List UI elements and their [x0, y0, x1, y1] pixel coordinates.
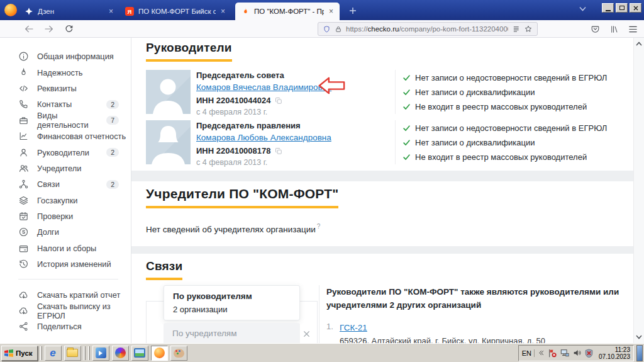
- start-button[interactable]: Пуск: [1, 346, 38, 361]
- tab-close-icon[interactable]: ×: [108, 8, 114, 15]
- leader-name-link[interactable]: Комарова Любовь Александровна: [196, 133, 331, 142]
- scroll-down-icon[interactable]: [636, 335, 642, 339]
- browser-swirl-button[interactable]: [112, 346, 129, 361]
- clock-time: 11:23: [599, 346, 630, 353]
- restore-icon: [619, 6, 625, 10]
- internet-explorer-button[interactable]: e: [45, 346, 62, 361]
- sidebar-label: Поделиться: [37, 322, 82, 331]
- org-link[interactable]: ГСК-21: [340, 323, 367, 332]
- volume-icon[interactable]: [573, 349, 581, 357]
- tab-bar: Дзен × Я ПО КОМ-ФОРТ Бийск checko.ru — ×…: [0, 0, 644, 20]
- minimize-button[interactable]: [602, 3, 614, 13]
- sidebar-label: Связи: [37, 179, 60, 189]
- coin-icon: [18, 227, 29, 237]
- tab-close-icon[interactable]: ×: [220, 8, 226, 15]
- cloud-download-icon: [18, 305, 29, 316]
- tab-close-icon[interactable]: ×: [328, 8, 334, 15]
- restore-button[interactable]: [616, 3, 628, 13]
- media-player-button[interactable]: [92, 346, 109, 361]
- copy-icon[interactable]: [275, 97, 282, 105]
- checko-flame-icon: [241, 7, 250, 16]
- tab-yandex-search[interactable]: Я ПО КОМ-ФОРТ Бийск checko.ru — ×: [119, 3, 231, 20]
- sidebar-item-debts[interactable]: Долги: [0, 224, 131, 240]
- count-badge: 2: [106, 148, 119, 157]
- sidebar-item-activities[interactable]: Виды деятельности 7: [0, 113, 131, 128]
- close-button[interactable]: [630, 3, 641, 13]
- sidebar-label: Скачать выписку из ЕГРЮЛ: [37, 302, 131, 320]
- firefox-taskbar-button[interactable]: [151, 346, 168, 361]
- related-org-item: 1. ГСК-21 659326, Алтайский край, г. Бий…: [326, 322, 621, 343]
- language-indicator[interactable]: EN: [522, 349, 535, 357]
- paint-button[interactable]: [170, 346, 187, 361]
- folder-icon: [67, 349, 78, 357]
- code-icon: [18, 83, 29, 94]
- tracking-shield-icon[interactable]: [323, 25, 331, 33]
- hint-question-mark[interactable]: ?: [317, 223, 321, 230]
- forward-button[interactable]: [44, 24, 54, 34]
- sidebar-item-taxes[interactable]: Налоги и сборы: [0, 240, 131, 256]
- sidebar-label: Надежность: [37, 68, 82, 77]
- sidebar-item-reliability[interactable]: Надежность: [0, 64, 131, 80]
- leaders-title: Руководители: [146, 41, 232, 62]
- tab-dzen[interactable]: Дзен ×: [19, 3, 119, 20]
- count-badge: 2: [106, 180, 119, 189]
- leader-role: Председатель правления: [196, 121, 395, 130]
- calendar-check-icon: [18, 211, 29, 222]
- close-icon[interactable]: [303, 331, 310, 337]
- update-shield-icon[interactable]: [585, 349, 593, 358]
- sidebar-item-relations[interactable]: Связи 2: [0, 176, 131, 192]
- library-icon[interactable]: [609, 25, 619, 34]
- lock-icon[interactable]: [335, 25, 342, 33]
- reload-button[interactable]: [64, 24, 74, 33]
- paint-palette-icon: [174, 349, 184, 358]
- start-label: Пуск: [16, 349, 33, 357]
- show-desktop-button[interactable]: [636, 345, 643, 361]
- tab-checko-active[interactable]: ПО "КОМ-ФОРТ" - Председатель ×: [235, 3, 340, 20]
- leader-since: с 4 февраля 2013 г.: [196, 108, 395, 116]
- sidebar-item-details[interactable]: Реквизиты: [0, 81, 131, 96]
- founders-title: Учредители ПО "КОМ-ФОРТ": [146, 186, 338, 208]
- sidebar-label: Контакты: [37, 99, 72, 109]
- sidebar-label: Общая информация: [37, 52, 114, 61]
- copy-icon[interactable]: [275, 147, 282, 155]
- sidebar-action-download-egrul[interactable]: Скачать выписку из ЕГРЮЛ: [0, 303, 131, 319]
- page-scrollbar[interactable]: [633, 38, 644, 343]
- sidebar-item-history[interactable]: История изменений: [0, 256, 131, 272]
- check-item: Нет записи о дисквалификации: [402, 135, 621, 150]
- checkmark-icon: [402, 153, 411, 161]
- filter-card-by-leaders[interactable]: По руководителям 2 организации: [164, 285, 300, 320]
- sidebar-item-procurement[interactable]: Госзакупки: [0, 193, 131, 208]
- sidebar-item-contacts[interactable]: Контакты 2: [0, 96, 131, 112]
- sidebar-action-share[interactable]: Поделиться: [0, 319, 131, 334]
- sidebar-item-leaders[interactable]: Руководители 2: [0, 144, 131, 160]
- sidebar-item-financials[interactable]: Финансовая отчетность: [0, 128, 131, 144]
- bookmark-star-icon[interactable]: [524, 25, 533, 33]
- check-item: Нет записи о дисквалификации: [402, 85, 621, 99]
- pocket-icon[interactable]: [591, 25, 600, 34]
- menu-icon[interactable]: [628, 25, 638, 33]
- security-alert-flag-icon[interactable]: [548, 349, 557, 358]
- sidebar-action-download-report[interactable]: Скачать краткий отчет: [0, 286, 131, 302]
- reader-view-icon[interactable]: [512, 25, 520, 33]
- filter-card-by-founders[interactable]: По учредителям: [164, 323, 300, 343]
- sidebar-item-general[interactable]: Общая информация: [0, 48, 131, 64]
- list-all-tabs-button[interactable]: [579, 6, 586, 11]
- file-explorer-button[interactable]: [64, 346, 81, 361]
- sidebar-item-inspections[interactable]: Проверки: [0, 208, 131, 224]
- image-viewer-button[interactable]: [131, 346, 148, 361]
- check-item: Не входит в реестр массовых руководителе…: [402, 99, 621, 114]
- leader-name-link[interactable]: Комаров Вячеслав Владимирович: [196, 82, 331, 92]
- network-icon[interactable]: [560, 349, 569, 357]
- checkmark-icon: [402, 88, 411, 96]
- taskbar-clock[interactable]: 11:23 07.10.2023: [597, 346, 630, 360]
- checkmark-icon: [402, 103, 411, 111]
- relations-title: Связи: [146, 259, 182, 280]
- collapse-tray-icon[interactable]: [538, 350, 544, 356]
- back-button[interactable]: [24, 24, 34, 34]
- new-tab-button[interactable]: [345, 3, 361, 19]
- sidebar-item-founders[interactable]: Учредители: [0, 161, 131, 176]
- history-clock-icon: [18, 259, 29, 269]
- scroll-up-icon[interactable]: [636, 42, 642, 46]
- url-bar[interactable]: https://checko.ru/company/po-kom-fort-11…: [318, 22, 538, 36]
- firefox-icon: [154, 348, 165, 358]
